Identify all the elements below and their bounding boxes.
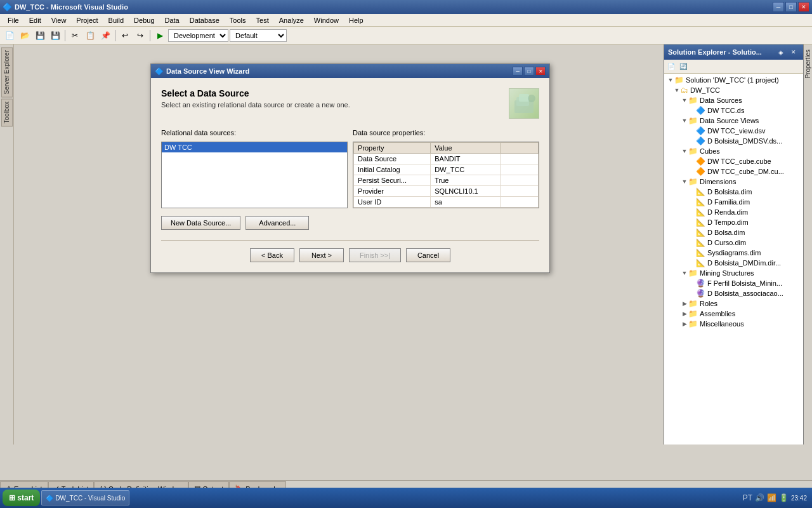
solution-tree[interactable]: ▼ 📁 Solution 'DW_TCC' (1 project) ▼ 🗂 DW… xyxy=(664,74,803,444)
open-button[interactable]: 📂 xyxy=(18,29,32,43)
svg-point-3 xyxy=(528,95,535,102)
props-panel-label: Data source properties: xyxy=(353,129,539,137)
expander-dsv: ▼ xyxy=(681,117,688,124)
close-button[interactable]: ✕ xyxy=(798,2,809,12)
next-button[interactable]: Next > xyxy=(299,248,344,262)
tree-project[interactable]: ▼ 🗂 DW_TCC xyxy=(665,85,802,95)
finish-button[interactable]: Finish >>| xyxy=(349,248,401,262)
menu-analyze[interactable]: Analyze xyxy=(274,15,309,25)
cancel-button[interactable]: Cancel xyxy=(406,248,450,262)
save-all-button[interactable]: 💾 xyxy=(48,29,62,43)
minimize-button[interactable]: ─ xyxy=(773,2,784,12)
list-item-dwtcc[interactable]: DW TCC xyxy=(162,142,347,152)
tree-fperfil-mining[interactable]: 🔮 F Perfil Bolsista_Minin... xyxy=(665,278,802,288)
platform-dropdown[interactable]: Default xyxy=(230,29,287,42)
run-button[interactable]: ▶ xyxy=(153,29,167,43)
datasource-list[interactable]: DW TCC xyxy=(161,142,348,208)
tree-dbolsista-assoc[interactable]: 🔮 D Bolsista_associacao... xyxy=(665,288,802,298)
se-properties-btn[interactable]: 📄 xyxy=(665,61,677,72)
datasources-folder-label: Data Sources xyxy=(700,97,742,104)
menu-database[interactable]: Database xyxy=(185,15,225,25)
menu-view[interactable]: View xyxy=(46,15,72,25)
tree-dwtcc-cube-dm[interactable]: 🔶 DW TCC_cube_DM.cu... xyxy=(665,166,802,177)
assemblies-folder-icon: 📁 xyxy=(688,309,698,318)
copy-button[interactable]: 📋 xyxy=(83,29,97,43)
tree-sysdiagrams-dim[interactable]: 📐 Sysdiagrams.dim xyxy=(665,248,802,258)
tree-misc-folder[interactable]: ▶ 📁 Miscellaneous xyxy=(665,319,802,329)
tree-solution[interactable]: ▼ 📁 Solution 'DW_TCC' (1 project) xyxy=(665,75,802,85)
expander-mining: ▼ xyxy=(681,269,688,277)
tree-dbolsista-dmdsv[interactable]: 🔷 D Bolsista_DMDSV.ds... xyxy=(665,136,802,146)
tree-dfamilia-dim[interactable]: 📐 D Familia.dim xyxy=(665,197,802,207)
tree-dsv-folder[interactable]: ▼ 📁 Data Source Views xyxy=(665,116,802,126)
dtempo-dim-icon: 📐 xyxy=(696,218,705,227)
menu-build[interactable]: Build xyxy=(103,15,129,25)
exp-dbolsista-dim xyxy=(688,188,696,196)
menu-debug[interactable]: Debug xyxy=(129,15,159,25)
paste-button[interactable]: 📌 xyxy=(98,29,112,43)
tree-dbolsa-dim[interactable]: 📐 D Bolsa.dim xyxy=(665,227,802,237)
dbolsista-assoc-icon: 🔮 xyxy=(696,289,705,298)
assemblies-folder-label: Assemblies xyxy=(700,310,735,318)
server-explorer-tab[interactable]: Server Explorer xyxy=(1,47,13,97)
tree-assemblies-folder[interactable]: ▶ 📁 Assemblies xyxy=(665,309,802,319)
menu-project[interactable]: Project xyxy=(71,15,103,25)
tree-mining-folder[interactable]: ▼ 📁 Mining Structures xyxy=(665,268,802,278)
solution-explorer-close-btn[interactable]: ✕ xyxy=(788,46,799,58)
new-button[interactable]: 📄 xyxy=(3,29,16,43)
tree-dimensions-folder[interactable]: ▼ 📁 Dimensions xyxy=(665,177,802,187)
solution-explorer-sync-btn[interactable]: ◈ xyxy=(775,46,787,58)
tree-dbolsista-dmdim[interactable]: 📐 D Bolsista_DMDim.dir... xyxy=(665,258,802,268)
exp-dbolsista xyxy=(688,137,696,145)
cubes-folder-label: Cubes xyxy=(700,147,720,155)
menu-file[interactable]: File xyxy=(3,15,24,25)
property-value: BANDIT xyxy=(431,154,501,164)
tree-dwtcc-view-dsv[interactable]: 🔷 DW TCC_view.dsv xyxy=(665,126,802,136)
tree-datasources-folder[interactable]: ▼ 📁 Data Sources xyxy=(665,95,802,105)
tree-dcurso-dim[interactable]: 📐 D Curso.dim xyxy=(665,237,802,248)
toolbox-tab[interactable]: Toolbox xyxy=(1,98,13,126)
tree-roles-folder[interactable]: ▶ 📁 Roles xyxy=(665,298,802,309)
exp-dfamilia-dim xyxy=(688,198,696,206)
exp-fperfil-mining xyxy=(688,279,696,287)
dialog-minimize-btn[interactable]: ─ xyxy=(513,67,523,76)
dcurso-dim-label: D Curso.dim xyxy=(707,239,746,246)
taskbar-vs-item[interactable]: 🔷 DW_TCC - Visual Studio xyxy=(41,490,129,505)
dialog-maximize-btn[interactable]: □ xyxy=(524,67,534,76)
property-extra xyxy=(501,197,539,208)
dialog-header: Select a Data Source Select an existing … xyxy=(161,88,539,119)
fperfil-mining-icon: 🔮 xyxy=(696,279,705,288)
cut-button[interactable]: ✂ xyxy=(68,29,82,43)
expander-cubes: ▼ xyxy=(681,147,688,155)
menu-bar: File Edit View Project Build Debug Data … xyxy=(0,14,812,27)
menu-edit[interactable]: Edit xyxy=(24,15,46,25)
exp-dwtcc-cube xyxy=(688,157,696,165)
save-button[interactable]: 💾 xyxy=(33,29,47,43)
property-value: sa xyxy=(431,197,501,208)
config-dropdown[interactable]: Development xyxy=(168,29,228,42)
menu-tools[interactable]: Tools xyxy=(225,15,251,25)
back-button[interactable]: < Back xyxy=(250,248,294,262)
menu-test[interactable]: Test xyxy=(251,15,274,25)
menu-data[interactable]: Data xyxy=(160,15,185,25)
menu-help[interactable]: Help xyxy=(344,15,369,25)
se-refresh-btn[interactable]: 🔄 xyxy=(678,61,689,72)
redo-button[interactable]: ↪ xyxy=(133,29,147,43)
tree-cubes-folder[interactable]: ▼ 📁 Cubes xyxy=(665,146,802,156)
maximize-button[interactable]: □ xyxy=(785,2,797,12)
tree-dwtcc-ds[interactable]: 🔷 DW TCC.ds xyxy=(665,105,802,116)
tree-drenda-dim[interactable]: 📐 D Renda.dim xyxy=(665,207,802,217)
undo-button[interactable]: ↩ xyxy=(118,29,132,43)
dialog-close-btn[interactable]: ✕ xyxy=(535,67,546,76)
advanced-button[interactable]: Advanced... xyxy=(246,216,309,230)
list-panel-label: Relational data sources: xyxy=(161,129,348,137)
exp-sysdiagrams-dim xyxy=(688,249,696,257)
new-datasource-button[interactable]: New Data Source... xyxy=(161,216,240,230)
properties-tab[interactable]: Properties xyxy=(803,44,812,84)
menu-window[interactable]: Window xyxy=(309,15,344,25)
tree-dbolsista-dim[interactable]: 📐 D Bolsista.dim xyxy=(665,187,802,197)
dwtcc-view-label: DW TCC_view.dsv xyxy=(707,127,765,135)
tree-dtempo-dim[interactable]: 📐 D Tempo.dim xyxy=(665,217,802,227)
tree-dwtcc-cube[interactable]: 🔶 DW TCC_cube.cube xyxy=(665,156,802,166)
start-button[interactable]: ⊞ start xyxy=(3,490,40,506)
